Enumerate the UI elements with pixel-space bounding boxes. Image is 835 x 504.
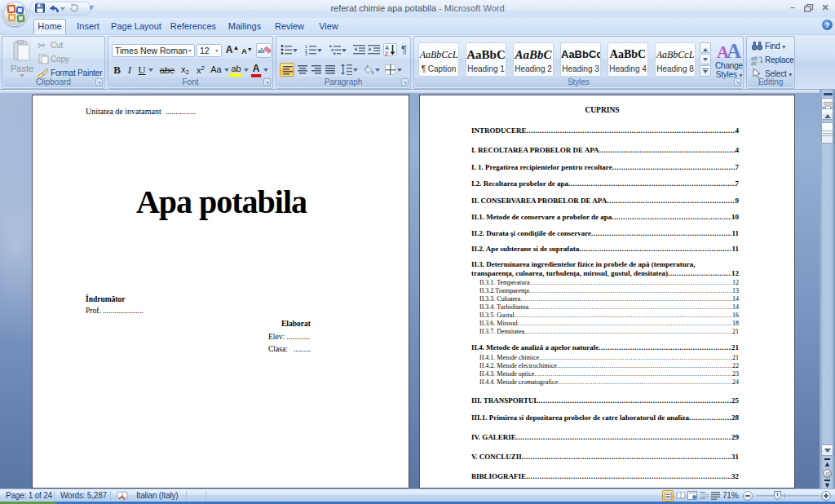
svg-text:2: 2 [385,51,388,56]
svg-text:3: 3 [305,51,307,55]
svg-text:ac: ac [751,60,758,65]
svg-text:ab: ab [258,46,265,55]
svg-text:A: A [385,45,389,51]
